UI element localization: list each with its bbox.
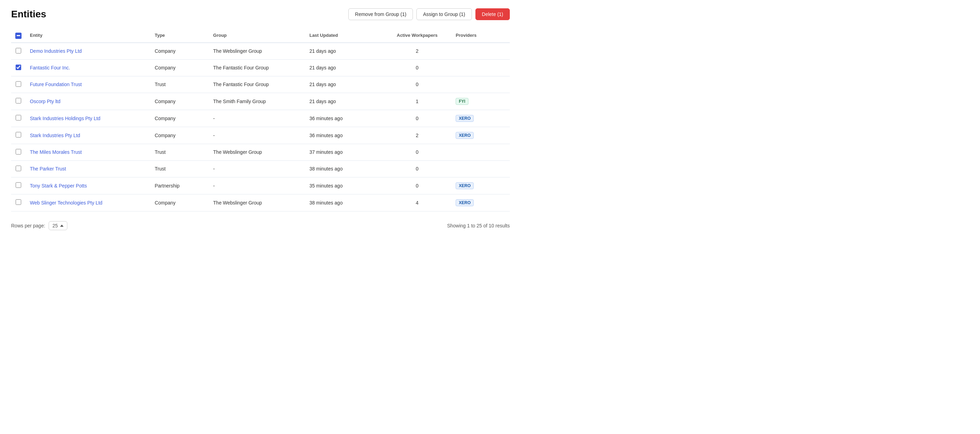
entity-link[interactable]: Oscorp Pty ltd <box>30 99 60 104</box>
row-type: Company <box>150 110 209 127</box>
row-active-workpapers: 2 <box>383 43 452 60</box>
row-group: - <box>209 177 305 194</box>
row-last-updated: 21 days ago <box>305 93 383 110</box>
table-row: Stark Industries Holdings Pty LtdCompany… <box>11 110 510 127</box>
row-checkbox-cell[interactable] <box>11 76 26 93</box>
provider-badge: XERO <box>456 115 474 122</box>
row-type: Company <box>150 93 209 110</box>
row-entity: Tony Stark & Pepper Potts <box>26 177 150 194</box>
row-checkbox[interactable] <box>16 98 21 103</box>
row-group: - <box>209 110 305 127</box>
row-checkbox-cell[interactable] <box>11 177 26 194</box>
table-row: Demo Industries Pty LtdCompanyThe Websli… <box>11 43 510 60</box>
row-providers: XERO <box>452 127 510 144</box>
header-actions: Remove from Group (1) Assign to Group (1… <box>348 8 510 20</box>
row-last-updated: 21 days ago <box>305 59 383 76</box>
row-checkbox[interactable] <box>16 182 21 188</box>
entity-link[interactable]: The Parker Trust <box>30 166 66 172</box>
row-entity: The Miles Morales Trust <box>26 144 150 161</box>
row-type: Trust <box>150 144 209 161</box>
table-row: Future Foundation TrustTrustThe Fantasti… <box>11 76 510 93</box>
row-active-workpapers: 0 <box>383 59 452 76</box>
row-entity: Fantastic Four Inc. <box>26 59 150 76</box>
table-row: The Parker TrustTrust-38 minutes ago0 <box>11 161 510 177</box>
entity-link[interactable]: Future Foundation Trust <box>30 82 82 87</box>
entity-link[interactable]: Demo Industries Pty Ltd <box>30 48 82 54</box>
row-entity: Web Slinger Technologies Pty Ltd <box>26 194 150 211</box>
row-type: Company <box>150 194 209 211</box>
row-last-updated: 36 minutes ago <box>305 110 383 127</box>
rows-per-page-select[interactable]: 25 <box>49 221 67 230</box>
row-checkbox-cell[interactable] <box>11 59 26 76</box>
row-checkbox-cell[interactable] <box>11 161 26 177</box>
row-providers: XERO <box>452 194 510 211</box>
entity-link[interactable]: Stark Industries Holdings Pty Ltd <box>30 116 100 121</box>
row-providers <box>452 43 510 60</box>
table-footer: Rows per page: 25 Showing 1 to 25 of 10 … <box>11 218 510 233</box>
row-group: - <box>209 127 305 144</box>
entities-table: Entity Type Group Last Updated Active Wo… <box>11 29 510 211</box>
assign-to-group-button[interactable]: Assign to Group (1) <box>416 8 472 20</box>
row-type: Trust <box>150 76 209 93</box>
row-type: Trust <box>150 161 209 177</box>
row-group: The Webslinger Group <box>209 43 305 60</box>
row-type: Company <box>150 127 209 144</box>
row-providers <box>452 144 510 161</box>
remove-from-group-button[interactable]: Remove from Group (1) <box>348 8 413 20</box>
row-checkbox[interactable] <box>16 165 21 171</box>
col-updated-header: Last Updated <box>305 29 383 43</box>
row-group: The Smith Family Group <box>209 93 305 110</box>
row-providers <box>452 59 510 76</box>
table-header: Entity Type Group Last Updated Active Wo… <box>11 29 510 43</box>
select-all-icon[interactable] <box>15 33 22 39</box>
rows-per-page-label: Rows per page: <box>11 223 45 229</box>
rows-per-page-section: Rows per page: 25 <box>11 221 67 230</box>
row-checkbox[interactable] <box>16 65 21 70</box>
row-checkbox-cell[interactable] <box>11 43 26 60</box>
table-row: Fantastic Four Inc.CompanyThe Fantastic … <box>11 59 510 76</box>
row-checkbox[interactable] <box>16 132 21 137</box>
row-type: Partnership <box>150 177 209 194</box>
entity-link[interactable]: Tony Stark & Pepper Potts <box>30 183 87 189</box>
table-row: The Miles Morales TrustTrustThe Websling… <box>11 144 510 161</box>
table-body: Demo Industries Pty LtdCompanyThe Websli… <box>11 43 510 211</box>
row-last-updated: 21 days ago <box>305 76 383 93</box>
row-entity: Stark Industries Holdings Pty Ltd <box>26 110 150 127</box>
entity-link[interactable]: The Miles Morales Trust <box>30 149 82 155</box>
row-providers: FYI <box>452 93 510 110</box>
row-type: Company <box>150 59 209 76</box>
row-group: The Fantastic Four Group <box>209 76 305 93</box>
row-group: The Webslinger Group <box>209 144 305 161</box>
row-last-updated: 38 minutes ago <box>305 161 383 177</box>
entity-link[interactable]: Stark Industries Pty Ltd <box>30 133 80 138</box>
rows-per-page-value: 25 <box>52 223 58 229</box>
row-checkbox[interactable] <box>16 149 21 154</box>
row-checkbox-cell[interactable] <box>11 110 26 127</box>
entity-link[interactable]: Web Slinger Technologies Pty Ltd <box>30 200 102 205</box>
row-checkbox[interactable] <box>16 48 21 54</box>
row-checkbox-cell[interactable] <box>11 194 26 211</box>
row-checkbox-cell[interactable] <box>11 144 26 161</box>
row-type: Company <box>150 43 209 60</box>
provider-badge: XERO <box>456 132 474 139</box>
delete-button[interactable]: Delete (1) <box>476 8 510 20</box>
row-checkbox[interactable] <box>16 115 21 121</box>
row-active-workpapers: 0 <box>383 110 452 127</box>
row-checkbox-cell[interactable] <box>11 93 26 110</box>
pagination-info: Showing 1 to 25 of 10 results <box>447 223 510 229</box>
row-checkbox-cell[interactable] <box>11 127 26 144</box>
row-entity: Demo Industries Pty Ltd <box>26 43 150 60</box>
row-entity: The Parker Trust <box>26 161 150 177</box>
provider-badge: FYI <box>456 98 468 105</box>
row-checkbox[interactable] <box>16 199 21 205</box>
row-active-workpapers: 0 <box>383 177 452 194</box>
row-active-workpapers: 2 <box>383 127 452 144</box>
page-title: Entities <box>11 9 46 20</box>
row-entity: Stark Industries Pty Ltd <box>26 127 150 144</box>
entity-link[interactable]: Fantastic Four Inc. <box>30 65 70 70</box>
select-all-header[interactable] <box>11 29 26 43</box>
provider-badge: XERO <box>456 182 474 189</box>
row-active-workpapers: 1 <box>383 93 452 110</box>
row-active-workpapers: 0 <box>383 76 452 93</box>
row-checkbox[interactable] <box>16 81 21 87</box>
